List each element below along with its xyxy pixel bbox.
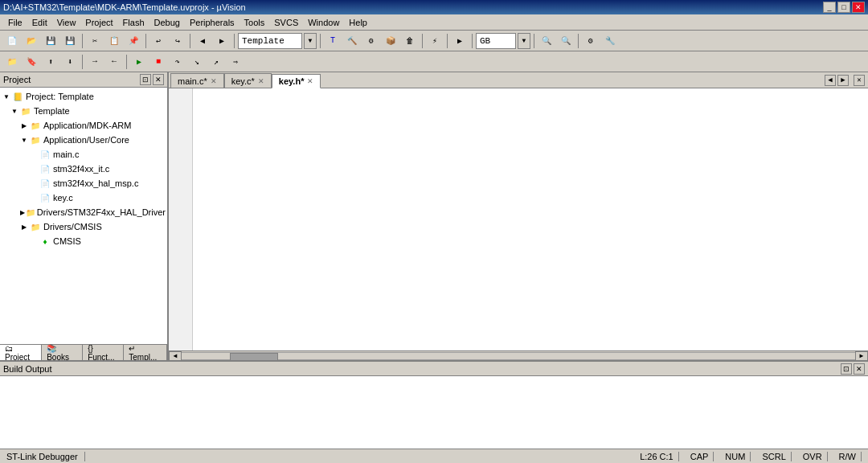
- find-button[interactable]: 🔍: [538, 32, 555, 50]
- tree-item-drivers-hal[interactable]: ▶ 📁 Drivers/STM32F4xx_HAL_Driver: [0, 205, 167, 219]
- menu-project[interactable]: Project: [80, 16, 117, 29]
- project-panel: Project ⊡ ✕ ▼ 📒 Project: Template ▼ 📁 Te…: [0, 72, 169, 360]
- tab-close-main-c[interactable]: ✕: [211, 77, 217, 85]
- rebuild-button[interactable]: ⚙: [362, 32, 380, 50]
- step-in-button[interactable]: ↘: [188, 53, 206, 71]
- outdent-button[interactable]: ←: [105, 53, 123, 71]
- redo-button[interactable]: ↪: [169, 32, 186, 50]
- tree-item-project-root[interactable]: ▼ 📒 Project: Template: [0, 89, 167, 104]
- show-project-button[interactable]: 📁: [3, 53, 21, 71]
- clean-button[interactable]: 🗑: [401, 32, 419, 50]
- save-all-button[interactable]: 💾: [61, 32, 79, 50]
- separator-9: [534, 34, 534, 48]
- tab-close-key-c[interactable]: ✕: [258, 77, 264, 85]
- close-button[interactable]: ✕: [852, 2, 865, 13]
- title-bar: D:\AI+STM32\Template\MDK-ARM\Template.uv…: [0, 0, 868, 14]
- project-panel-float-button[interactable]: ⊡: [140, 74, 151, 85]
- step-over-button[interactable]: ↷: [169, 53, 186, 71]
- menu-svcs[interactable]: SVCS: [269, 16, 303, 29]
- bookmark-button[interactable]: 🔖: [23, 53, 40, 71]
- menu-window[interactable]: Window: [303, 16, 344, 29]
- menu-debug[interactable]: Debug: [149, 16, 185, 29]
- config-button[interactable]: ⚙: [582, 32, 600, 50]
- editor-close-button[interactable]: ✕: [854, 75, 865, 86]
- menu-tools[interactable]: Tools: [240, 16, 270, 29]
- menu-help[interactable]: Help: [344, 16, 372, 29]
- target-dropdown[interactable]: ▼: [304, 33, 317, 49]
- build-output-float-button[interactable]: ⊡: [841, 363, 852, 375]
- project-panel-title: Project: [3, 75, 31, 84]
- find-in-files-button[interactable]: 🔍: [557, 32, 575, 50]
- tree-item-app-user[interactable]: ▼ 📁 Application/User/Core: [0, 133, 167, 147]
- project-panel-close-button[interactable]: ✕: [153, 74, 164, 85]
- cut-button[interactable]: ✂: [86, 32, 104, 50]
- build-button[interactable]: 🔨: [343, 32, 361, 50]
- tab-right-scroll[interactable]: ▶: [837, 75, 849, 86]
- code-content[interactable]: [193, 88, 868, 350]
- build-output-panel: Build Output ⊡ ✕: [0, 360, 868, 449]
- build-output-header: Build Output ⊡ ✕: [0, 362, 868, 376]
- copy-button[interactable]: 📋: [105, 32, 123, 50]
- menu-flash[interactable]: Flash: [118, 16, 149, 29]
- target-select[interactable]: Template: [238, 33, 302, 49]
- tree-item-app-mdk[interactable]: ▶ 📁 Application/MDK-ARM: [0, 118, 167, 133]
- folder-icon: 📁: [29, 119, 42, 132]
- project-panel-header: Project ⊡ ✕: [0, 72, 167, 88]
- step-out-button[interactable]: ↗: [207, 53, 225, 71]
- menu-file[interactable]: File: [3, 16, 27, 29]
- tree-item-stm32-it[interactable]: 📄 stm32f4xx_it.c: [0, 162, 167, 176]
- build-output-close-button[interactable]: ✕: [854, 363, 865, 375]
- code-editor[interactable]: [169, 88, 868, 350]
- save-button[interactable]: 💾: [42, 32, 59, 50]
- panel-tab-functions[interactable]: {} Funct...: [83, 345, 124, 360]
- tree-item-key-c[interactable]: 📄 key.c: [0, 191, 167, 205]
- menu-edit[interactable]: Edit: [27, 16, 52, 29]
- prev-bookmark-button[interactable]: ⬆: [42, 53, 59, 71]
- nav-back-button[interactable]: ◀: [194, 32, 211, 50]
- paste-button[interactable]: 📌: [125, 32, 142, 50]
- options-button[interactable]: 🔧: [601, 32, 619, 50]
- debug-run-button[interactable]: ▶: [130, 53, 148, 71]
- scrollbar-thumb[interactable]: [230, 353, 278, 361]
- tree-item-stm32-msp[interactable]: 📄 stm32f4xx_hal_msp.c: [0, 176, 167, 191]
- new-button[interactable]: 📄: [3, 32, 21, 50]
- tree-item-cmsis[interactable]: ♦ CMSIS: [0, 234, 167, 248]
- scroll-right-button[interactable]: ▶: [855, 351, 868, 361]
- editor-tabs-container: main.c* ✕ key.c* ✕ key.h* ✕: [169, 72, 825, 88]
- debug-start-button[interactable]: ▶: [451, 32, 469, 50]
- panel-tab-books[interactable]: 📚 Books: [42, 345, 83, 360]
- horizontal-scrollbar[interactable]: ◀ ▶: [169, 350, 868, 360]
- tab-left-scroll[interactable]: ◀: [825, 75, 836, 86]
- tree-arrow: [29, 195, 39, 202]
- translate-button[interactable]: T: [324, 32, 342, 50]
- menu-peripherals[interactable]: Peripherals: [185, 16, 240, 29]
- gb-dropdown[interactable]: ▼: [518, 33, 530, 49]
- tab-close-key-h[interactable]: ✕: [307, 77, 313, 85]
- folder-icon: 📁: [26, 206, 35, 219]
- gb-select[interactable]: GB: [476, 33, 516, 49]
- tree-item-main-c[interactable]: 📄 main.c: [0, 147, 167, 162]
- panel-tab-templates[interactable]: ↵ Templ...: [124, 345, 167, 360]
- minimize-button[interactable]: _: [823, 2, 836, 13]
- tree-label: Template: [34, 106, 70, 116]
- maximize-button[interactable]: □: [837, 2, 850, 13]
- scroll-left-button[interactable]: ◀: [169, 351, 182, 361]
- tab-key-c[interactable]: key.c* ✕: [224, 73, 272, 88]
- debug-stop-button[interactable]: ■: [149, 53, 167, 71]
- tree-item-template[interactable]: ▼ 📁 Template: [0, 104, 167, 118]
- next-bookmark-button[interactable]: ⬇: [61, 53, 79, 71]
- tab-main-c[interactable]: main.c* ✕: [170, 73, 224, 88]
- indent-button[interactable]: →: [86, 53, 104, 71]
- run-to-cursor-button[interactable]: ⇒: [227, 53, 244, 71]
- tree-label: Application/User/Core: [43, 135, 129, 145]
- panel-tab-project[interactable]: 🗂 Project: [0, 345, 42, 360]
- menu-view[interactable]: View: [52, 16, 81, 29]
- flash-button[interactable]: ⚡: [426, 32, 444, 50]
- batch-build-button[interactable]: 📦: [382, 32, 399, 50]
- debugger-label: ST-Link Debugger: [6, 452, 85, 461]
- open-button[interactable]: 📂: [23, 32, 40, 50]
- nav-fwd-button[interactable]: ▶: [213, 32, 231, 50]
- undo-button[interactable]: ↩: [149, 32, 167, 50]
- tree-item-drivers-cmsis[interactable]: ▶ 📁 Drivers/CMSIS: [0, 219, 167, 234]
- tab-key-h[interactable]: key.h* ✕: [272, 74, 321, 88]
